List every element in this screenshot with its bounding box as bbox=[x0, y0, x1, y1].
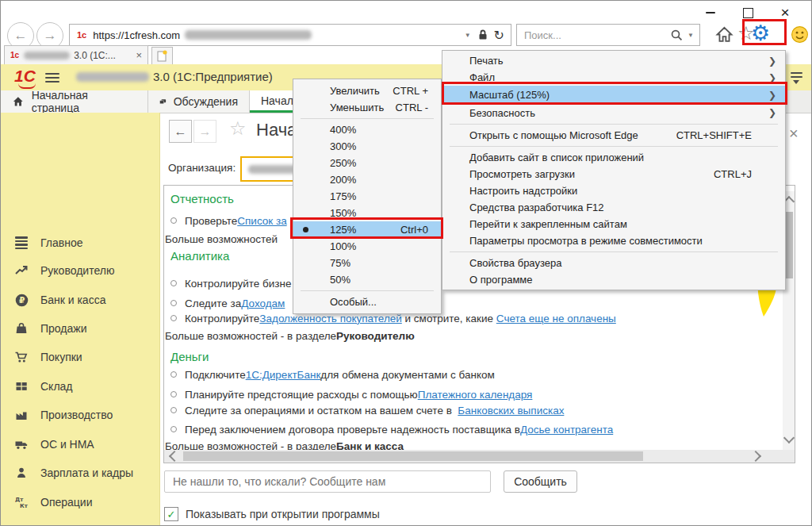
menu-separator bbox=[301, 118, 434, 119]
back-arrow-icon: ← bbox=[14, 28, 28, 44]
sidebar: Главное Руководителю ₽ Банк и касса Прод… bbox=[1, 113, 160, 526]
menu-item-compatibility-view[interactable]: Параметры просмотра в режиме совместимос… bbox=[442, 232, 785, 249]
organization-label: Организация: bbox=[168, 162, 236, 174]
maximize-button[interactable] bbox=[736, 5, 760, 21]
money-bullet-3: Следите за операциями и остатком на ваше… bbox=[170, 403, 564, 417]
menu-item-zoom-out[interactable]: УменьшитьCTRL - bbox=[293, 99, 441, 116]
scroll-left-icon[interactable] bbox=[169, 451, 180, 462]
form-heading: Нача bbox=[256, 120, 297, 140]
home-icon[interactable] bbox=[715, 25, 733, 44]
tab-title: 3.0 (1С:... bbox=[74, 50, 116, 61]
tab-close-icon[interactable]: × bbox=[136, 49, 142, 61]
form-close-icon[interactable]: × bbox=[789, 125, 799, 143]
chat-icon bbox=[159, 96, 167, 108]
new-tab-icon bbox=[157, 50, 167, 62]
search-icon[interactable] bbox=[670, 29, 684, 42]
counterparty-dossier-link[interactable]: Досье контрагента bbox=[520, 424, 613, 436]
menu-item-about[interactable]: О программе bbox=[442, 271, 785, 288]
cart-icon bbox=[13, 349, 29, 365]
tab-home-page-active[interactable]: Начал bbox=[250, 90, 297, 113]
new-tab-button[interactable] bbox=[151, 47, 173, 64]
sidebar-item-sales[interactable]: Продажи bbox=[1, 317, 159, 340]
sidebar-item-bank-cash[interactable]: ₽ Банк и касса bbox=[1, 288, 159, 312]
menu-item-zoom-in[interactable]: УвеличитьCTRL + bbox=[293, 83, 441, 99]
truck-icon bbox=[13, 436, 29, 452]
menu-item-zoom-300[interactable]: 300% bbox=[293, 138, 441, 155]
form-forward-button[interactable]: → bbox=[193, 120, 216, 143]
window-controls: × bbox=[699, 5, 797, 21]
feedback-smiley-icon[interactable] bbox=[791, 25, 809, 44]
refresh-icon[interactable]: ↻ bbox=[489, 28, 511, 43]
task-list-link[interactable]: Список за bbox=[237, 215, 286, 227]
search-box[interactable]: Поиск... ▼ bbox=[516, 24, 700, 46]
show-on-start-checkbox[interactable]: ✓ bbox=[164, 507, 178, 521]
horizontal-scrollbar[interactable] bbox=[164, 450, 795, 463]
menu-item-zoom-200[interactable]: 200% bbox=[293, 171, 441, 188]
tab-discussions-label: Обсуждения bbox=[174, 95, 238, 108]
browser-window: × ← → 1с https://1cfresh.com ▼ ↻ Поиск..… bbox=[0, 0, 812, 526]
menu-item-dev-tools[interactable]: Средства разработчика F12 bbox=[442, 199, 785, 216]
menu-item-zoom-125-selected[interactable]: 125%Ctrl+0 bbox=[293, 221, 441, 238]
feedback-submit-button[interactable]: Сообщить bbox=[504, 470, 577, 493]
settings-gear-icon[interactable]: ⚙ bbox=[751, 21, 770, 46]
sidebar-item-warehouse[interactable]: Склад bbox=[1, 374, 159, 398]
app-functions-icon[interactable] bbox=[791, 70, 802, 84]
favorite-form-star-icon[interactable]: ☆ bbox=[229, 117, 247, 140]
menu-item-zoom-100[interactable]: 100% bbox=[293, 238, 441, 255]
bullet-icon bbox=[170, 371, 177, 378]
menu-item-pinned-sites[interactable]: Перейти к закрепленным сайтам bbox=[442, 216, 785, 232]
horizontal-scrollbar-thumb[interactable] bbox=[183, 451, 643, 461]
lock-icon bbox=[477, 29, 489, 41]
scroll-down-icon[interactable] bbox=[783, 432, 795, 443]
close-button[interactable]: × bbox=[773, 5, 797, 21]
sidebar-item-purchases[interactable]: Покупки bbox=[1, 345, 159, 369]
menu-item-print[interactable]: Печать❯ bbox=[442, 52, 785, 69]
menu-item-add-site-to-apps[interactable]: Добавить сайт в список приложений bbox=[442, 149, 785, 166]
menu-item-zoom-50[interactable]: 50% bbox=[293, 271, 441, 288]
tab-discussions[interactable]: Обсуждения bbox=[148, 90, 250, 113]
menu-item-internet-options[interactable]: Свойства браузера bbox=[442, 255, 785, 271]
search-dropdown-icon[interactable]: ▼ bbox=[684, 32, 699, 39]
form-back-button[interactable]: ← bbox=[169, 120, 192, 143]
menu-item-zoom-75[interactable]: 75% bbox=[293, 255, 441, 271]
menu-item-zoom-custom[interactable]: Особый... bbox=[293, 294, 441, 310]
bank-statements-link[interactable]: Банковских выписках bbox=[458, 405, 564, 417]
address-dropdown-icon[interactable]: ▼ bbox=[459, 32, 477, 39]
person-icon bbox=[13, 465, 29, 481]
menu-item-zoom-150[interactable]: 150% bbox=[293, 205, 441, 221]
app-menu-icon[interactable] bbox=[45, 71, 59, 85]
home-tab-icon bbox=[12, 95, 25, 108]
menu-item-security[interactable]: Безопасность❯ bbox=[442, 104, 785, 121]
address-bar[interactable]: 1с https://1cfresh.com ▼ ↻ bbox=[69, 24, 511, 46]
sidebar-item-main[interactable]: Главное bbox=[1, 231, 159, 255]
feedback-input[interactable] bbox=[164, 470, 491, 493]
sidebar-item-production[interactable]: Производство bbox=[1, 403, 159, 427]
url-blurred-segment bbox=[185, 30, 312, 40]
menu-item-zoom-250[interactable]: 250% bbox=[293, 155, 441, 171]
unpaid-invoices-link[interactable]: Счета еще не оплачены bbox=[496, 313, 616, 324]
payment-calendar-link[interactable]: Платежного календаря bbox=[418, 389, 533, 401]
menu-item-zoom-400[interactable]: 400% bbox=[293, 121, 441, 138]
tab-home-page[interactable]: Начальная страница bbox=[1, 90, 148, 113]
scroll-right-icon[interactable] bbox=[750, 451, 761, 462]
menu-item-file[interactable]: Файл❯ bbox=[442, 69, 785, 86]
directbank-link[interactable]: 1С:ДиректБанк bbox=[246, 369, 321, 381]
menu-item-view-downloads[interactable]: Просмотреть загрузкиCTRL+J bbox=[442, 166, 785, 182]
bullet-icon bbox=[170, 391, 177, 397]
form-forward-icon: → bbox=[199, 125, 212, 139]
menu-item-zoom-175[interactable]: 175% bbox=[293, 188, 441, 205]
minimize-button[interactable] bbox=[699, 5, 722, 21]
sidebar-item-reports[interactable]: Отчеты bbox=[1, 519, 159, 526]
sidebar-item-operations[interactable]: ДтКт Операции bbox=[1, 490, 159, 514]
menu-item-zoom[interactable]: Масштаб (125%)❯ bbox=[442, 86, 785, 104]
factory-icon bbox=[13, 407, 29, 423]
menu-item-manage-addons[interactable]: Настроить надстройки bbox=[442, 182, 785, 199]
income-link[interactable]: Доходам bbox=[241, 298, 285, 309]
sidebar-item-payroll-hr[interactable]: Зарплата и кадры bbox=[1, 461, 159, 485]
menu-item-open-edge[interactable]: Открыть с помощью Microsoft EdgeCTRL+SHI… bbox=[442, 127, 785, 144]
sidebar-item-manager[interactable]: Руководителю bbox=[1, 259, 159, 282]
sidebar-item-fixed-assets[interactable]: ОС и НМА bbox=[1, 432, 159, 456]
reporting-more-text: Больше возможностей bbox=[165, 232, 278, 246]
browser-tab[interactable]: 1с 3.0 (1С:... × bbox=[4, 45, 148, 64]
settings-menu: Печать❯ Файл❯ Масштаб (125%)❯ Безопаснос… bbox=[442, 50, 786, 290]
